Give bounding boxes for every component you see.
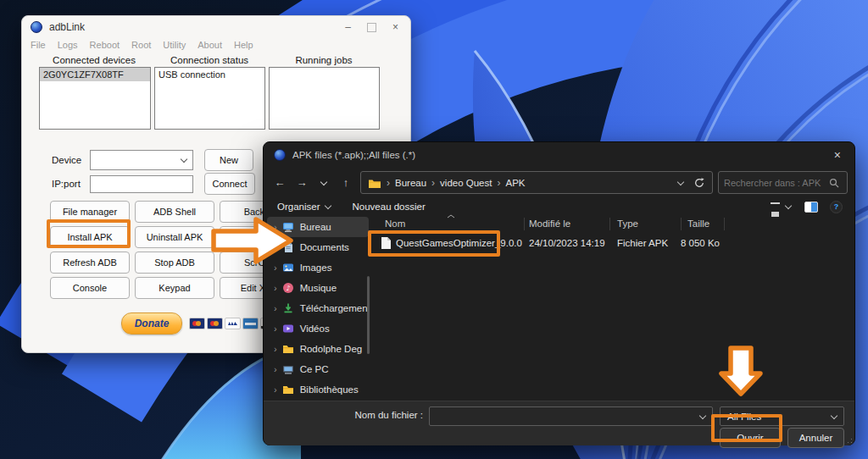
breadcrumb-video-quest[interactable]: video Quest: [440, 178, 492, 188]
ipport-label: IP:port: [52, 179, 81, 189]
list-view-icon[interactable]: [771, 202, 780, 212]
close-icon[interactable]: ×: [392, 21, 398, 33]
console-button[interactable]: Console: [50, 277, 130, 299]
menu-reboot[interactable]: Reboot: [90, 40, 120, 50]
chevron-right-icon[interactable]: ›: [274, 384, 277, 395]
menubar: File Logs Reboot Root Utility About Help: [31, 40, 253, 50]
close-icon[interactable]: ×: [834, 148, 841, 162]
connect-button[interactable]: Connect: [204, 173, 255, 195]
sidebar-item-videos[interactable]: › Vidéos: [267, 318, 369, 339]
device-label: Device: [52, 155, 81, 165]
column-divider[interactable]: [524, 218, 525, 230]
new-button[interactable]: New: [204, 149, 253, 171]
chevron-right-icon[interactable]: ›: [274, 324, 277, 334]
device-list-item[interactable]: 2G0YC1ZF7X08TF: [40, 68, 150, 81]
column-divider[interactable]: [681, 218, 682, 230]
search-input[interactable]: [719, 178, 829, 188]
mastercard-icon: [189, 318, 205, 329]
sidebar-scrollbar[interactable]: [367, 276, 370, 354]
view-chevron-down-icon[interactable]: [785, 202, 792, 209]
breadcrumb-bureau[interactable]: Bureau: [395, 178, 426, 188]
arrow-right-annotation: [211, 216, 294, 267]
cancel-button[interactable]: Annuler: [787, 428, 844, 448]
refresh-adb-button[interactable]: Refresh ADB: [50, 252, 130, 274]
dialog-title: APK files (*.apk);;All files (.*): [292, 150, 415, 160]
sidebar-label: Ce PC: [300, 364, 329, 374]
running-jobs-label: Running jobs: [269, 55, 379, 65]
highlight-file: [368, 230, 500, 257]
chevron-right-icon[interactable]: ›: [274, 283, 277, 293]
breadcrumb-chevron-icon: ›: [431, 177, 435, 189]
visa-icon: [225, 318, 241, 329]
column-divider[interactable]: [724, 218, 725, 230]
address-chevron-down-icon[interactable]: [677, 178, 684, 185]
sidebar-item-telechargements[interactable]: › Téléchargements: [267, 298, 369, 318]
resize-grip[interactable]: [845, 436, 852, 443]
chevron-right-icon[interactable]: ›: [274, 364, 277, 374]
chevron-right-icon[interactable]: ›: [274, 303, 277, 313]
sidebar-item-musique[interactable]: › ♪ Musique: [267, 278, 369, 298]
sidebar-item-ce-pc[interactable]: › Ce PC: [267, 359, 369, 379]
window-title: adbLink: [49, 21, 85, 33]
status-list-item: USB connection: [155, 68, 264, 81]
menu-file[interactable]: File: [31, 40, 46, 50]
connected-devices-list[interactable]: 2G0YC1ZF7X08TF: [39, 67, 151, 130]
download-icon: [282, 302, 294, 314]
ipport-input[interactable]: [90, 175, 193, 193]
breadcrumb-chevron-icon: ›: [387, 177, 390, 189]
sidebar-label: Bureau: [300, 222, 331, 232]
breadcrumb-chevron-icon: ›: [497, 177, 500, 189]
menu-about[interactable]: About: [198, 40, 222, 50]
search-box[interactable]: [718, 171, 848, 194]
help-icon[interactable]: ?: [830, 201, 843, 213]
organiser-button[interactable]: Organiser: [277, 202, 320, 212]
forward-icon[interactable]: →: [291, 176, 313, 189]
file-modified: 24/10/2023 14:19: [529, 238, 605, 248]
minimize-icon[interactable]: –: [345, 21, 351, 33]
connection-status-list[interactable]: USB connection: [154, 67, 265, 130]
chevron-right-icon[interactable]: ›: [274, 344, 277, 354]
menu-root[interactable]: Root: [131, 40, 151, 50]
dialog-titlebar: APK files (*.apk);;All files (.*) ×: [264, 142, 854, 168]
adb-shell-button[interactable]: ADB Shell: [135, 201, 214, 223]
search-icon: [829, 178, 839, 188]
filename-input[interactable]: [429, 406, 713, 426]
folder-icon: [282, 343, 294, 355]
running-jobs-list[interactable]: [269, 67, 380, 130]
address-bar[interactable]: › Bureau › video Quest › APK: [360, 171, 713, 194]
music-icon: ♪: [282, 282, 294, 294]
maximize-icon[interactable]: [367, 23, 376, 32]
sidebar-item-bibliotheques[interactable]: › Bibliothèques: [267, 379, 369, 400]
stop-adb-button[interactable]: Stop ADB: [135, 252, 214, 274]
preview-pane-icon[interactable]: [804, 202, 818, 213]
arrow-down-annotation: [719, 346, 763, 398]
breadcrumb-apk[interactable]: APK: [505, 178, 525, 188]
device-select[interactable]: [90, 150, 193, 170]
new-folder-button[interactable]: Nouveau dossier: [353, 202, 426, 212]
connected-devices-label: Connected devices: [39, 55, 149, 65]
column-header-modifie[interactable]: Modifié le: [529, 218, 570, 229]
filename-label: Nom du fichier :: [264, 410, 423, 420]
sidebar-label: Rodolphe Deg: [300, 344, 363, 354]
menu-logs[interactable]: Logs: [58, 40, 78, 50]
back-icon[interactable]: ←: [269, 176, 291, 189]
navigation-bar: ← → ↑ › Bureau › video Quest › APK: [264, 168, 854, 196]
sidebar-item-rodolphe[interactable]: › Rodolphe Deg: [267, 339, 369, 359]
column-divider[interactable]: [609, 218, 610, 230]
column-header-taille[interactable]: Taille: [687, 218, 709, 229]
keypad-button[interactable]: Keypad: [135, 277, 214, 299]
uninstall-apk-button[interactable]: Uninstall APK: [135, 226, 214, 248]
column-header-type[interactable]: Type: [617, 218, 638, 229]
open-file-dialog: APK files (*.apk);;All files (.*) × ← → …: [263, 141, 855, 445]
menu-utility[interactable]: Utility: [163, 40, 186, 50]
refresh-icon[interactable]: [693, 177, 705, 189]
dialog-toolbar: Organiser Nouveau dossier ?: [264, 196, 854, 217]
column-header-nom[interactable]: Nom: [385, 218, 405, 229]
up-icon[interactable]: ↑: [335, 176, 357, 189]
menu-help[interactable]: Help: [234, 40, 253, 50]
sidebar-label: Documents: [300, 242, 349, 252]
svg-text:♪: ♪: [286, 285, 290, 292]
connection-status-label: Connection status: [154, 55, 264, 65]
donate-button[interactable]: Donate: [121, 312, 182, 335]
history-chevron-icon[interactable]: [313, 176, 335, 189]
